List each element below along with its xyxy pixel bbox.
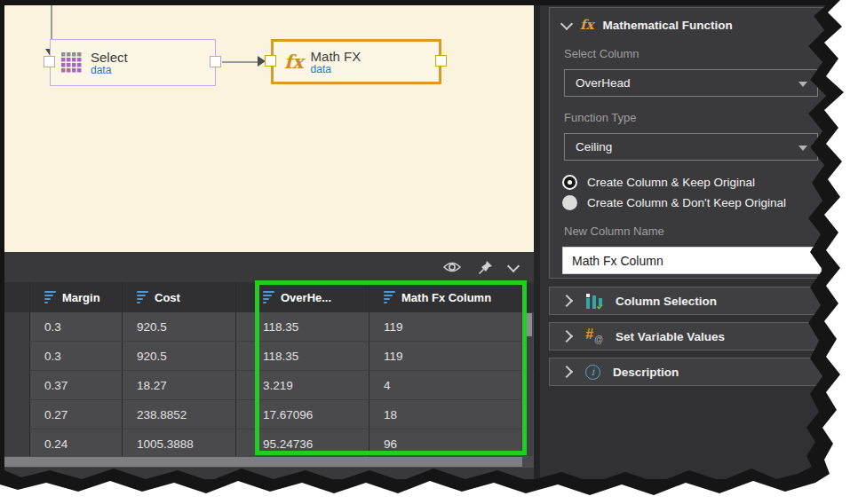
function-type-dropdown[interactable]: Ceiling <box>564 133 818 161</box>
chevron-right-icon <box>560 330 573 343</box>
radio-unselected-icon[interactable] <box>562 195 577 210</box>
cell: 920.5 <box>122 342 235 370</box>
new-column-name-input[interactable] <box>562 247 822 274</box>
select-node-subtitle: data <box>91 65 128 76</box>
connector-select-to-mathfx <box>222 61 259 63</box>
function-type-value: Ceiling <box>576 140 612 154</box>
column-selection-section[interactable]: Column Selection <box>549 287 833 315</box>
row-gutter <box>4 371 29 399</box>
dataflow-canvas[interactable]: Select data fx Math FX data <box>4 5 534 252</box>
pin-icon[interactable] <box>478 260 493 275</box>
cell: 238.8852 <box>122 400 235 429</box>
select-column-label: Select Column <box>564 47 832 60</box>
set-variable-values-icon: #@ <box>585 328 603 344</box>
column-header-cost[interactable]: Cost <box>122 282 235 312</box>
cell: 920.5 <box>122 312 235 341</box>
column-header-label: Margin <box>62 291 100 304</box>
chevron-right-icon <box>560 366 573 378</box>
mathfx-node[interactable]: fx Math FX data <box>271 39 441 84</box>
select-output-port[interactable] <box>210 56 221 67</box>
cell: 0.24 <box>29 429 122 456</box>
column-selection-icon <box>585 293 603 310</box>
radio-label: Create Column & Keep Original <box>587 176 755 189</box>
section-title: Mathematical Function <box>602 19 732 32</box>
mathfx-input-port[interactable] <box>265 55 276 67</box>
app-content: Select data fx Math FX data <box>0 0 858 504</box>
grid-icon <box>61 52 82 73</box>
keep-original-radio-group: Create Column & Keep Original Create Col… <box>562 175 832 210</box>
fx-icon: fx <box>580 17 593 33</box>
set-variable-values-section[interactable]: #@ Set Variable Values <box>549 322 833 350</box>
row-gutter <box>4 342 29 370</box>
dropdown-caret-icon <box>798 146 807 151</box>
row-gutter <box>4 312 29 341</box>
radio-label: Create Column & Don't Keep Original <box>587 196 786 209</box>
select-node-title: Select <box>91 50 128 65</box>
panel-divider <box>534 5 540 479</box>
annotation-highlight-box <box>255 280 527 455</box>
radio-keep-original[interactable]: Create Column & Keep Original <box>562 175 832 190</box>
mathfx-node-title: Math FX <box>311 49 361 64</box>
cell: 0.3 <box>29 342 122 370</box>
mathfx-node-subtitle: data <box>311 64 361 75</box>
math-function-section: fx Mathematical Function Select Column O… <box>549 7 833 279</box>
function-type-label: Function Type <box>564 111 832 124</box>
gutter-header <box>4 282 29 312</box>
chevron-right-icon <box>560 295 573 307</box>
dropdown-caret-icon <box>798 82 807 87</box>
select-node[interactable]: Select data <box>50 39 216 86</box>
math-function-header[interactable]: fx Mathematical Function <box>550 8 832 33</box>
select-input-port[interactable] <box>44 56 55 67</box>
column-header-label: Cost <box>155 291 180 304</box>
description-section[interactable]: i Description <box>549 358 833 386</box>
radio-dont-keep-original[interactable]: Create Column & Don't Keep Original <box>562 195 832 210</box>
horizontal-scrollbar-thumb[interactable] <box>4 457 522 467</box>
collapse-preview-icon[interactable] <box>507 260 520 272</box>
numeric-type-icon <box>44 291 56 304</box>
section-title: Description <box>613 366 679 379</box>
info-icon: i <box>585 365 600 380</box>
cell: 0.27 <box>29 400 122 429</box>
section-title: Column Selection <box>616 295 717 308</box>
row-gutter <box>4 429 29 456</box>
section-title: Set Variable Values <box>616 330 725 343</box>
eye-icon[interactable] <box>442 260 462 274</box>
settings-panel: fx Mathematical Function Select Column O… <box>540 5 842 479</box>
select-column-dropdown[interactable]: OverHead <box>564 69 818 97</box>
fx-icon: fx <box>284 51 304 73</box>
preview-toolbar <box>4 252 534 282</box>
radio-selected-icon[interactable] <box>562 175 577 190</box>
screenshot-root: Select data fx Math FX data <box>0 0 858 504</box>
cell: 0.3 <box>29 312 122 341</box>
chevron-down-icon <box>560 17 573 29</box>
numeric-type-icon <box>137 291 148 304</box>
cell: 0.37 <box>29 371 122 399</box>
horizontal-scrollbar[interactable] <box>4 456 534 468</box>
column-header-margin[interactable]: Margin <box>29 282 122 312</box>
cell: 18.27 <box>122 371 235 399</box>
row-gutter <box>4 400 29 429</box>
select-column-value: OverHead <box>576 76 631 90</box>
mathfx-output-port[interactable] <box>435 55 447 67</box>
cell: 1005.3888 <box>122 429 235 456</box>
new-column-name-label: New Column Name <box>564 224 832 238</box>
